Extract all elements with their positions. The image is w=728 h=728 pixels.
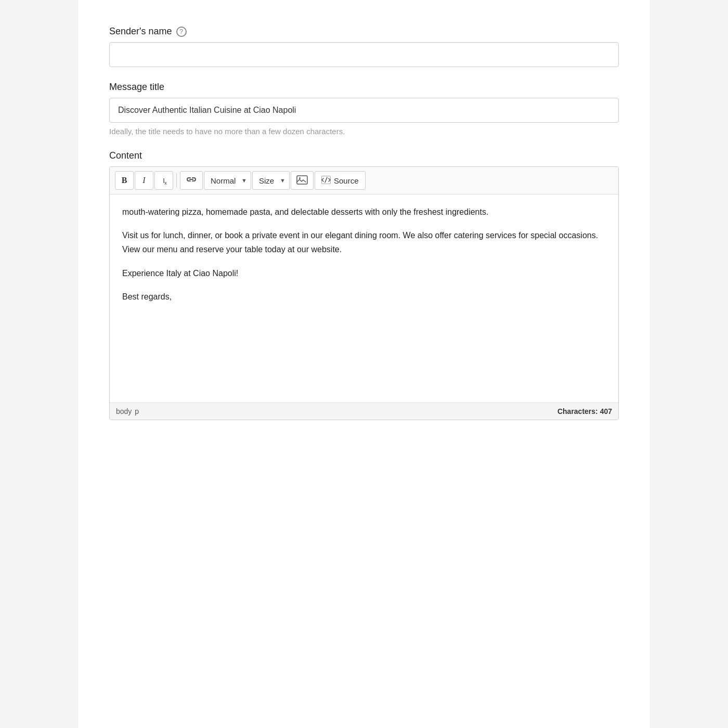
svg-line-4	[325, 177, 327, 183]
message-title-hint: Ideally, the title needs to have no more…	[109, 127, 619, 136]
paragraph-style-select[interactable]: Normal	[204, 171, 251, 190]
content-group: Content B I Ix	[109, 150, 619, 420]
content-label: Content	[109, 150, 619, 161]
sender-name-help-icon[interactable]: ?	[176, 27, 187, 37]
clear-formatting-button[interactable]: Ix	[154, 171, 173, 190]
message-title-label: Message title	[109, 82, 619, 93]
message-title-text: Message title	[109, 82, 164, 93]
size-wrapper: Size ▼	[252, 171, 290, 190]
sender-name-label: Sender's name ?	[109, 26, 619, 37]
message-title-input[interactable]	[109, 98, 619, 123]
path-p: p	[135, 407, 139, 415]
paragraph-style-wrapper: Normal ▼	[204, 171, 251, 190]
content-paragraph-1: mouth-watering pizza, homemade pasta, an…	[122, 205, 606, 219]
link-button[interactable]	[180, 171, 203, 190]
source-icon	[321, 176, 331, 186]
editor-toolbar: B I Ix	[110, 167, 618, 194]
message-title-group: Message title Ideally, the title needs t…	[109, 82, 619, 136]
link-icon	[186, 175, 197, 186]
content-paragraph-3: Experience Italy at Ciao Napoli!	[122, 266, 606, 280]
content-paragraph-4: Best regards,	[122, 290, 606, 304]
source-label: Source	[334, 176, 359, 185]
sender-name-group: Sender's name ?	[109, 26, 619, 67]
svg-point-2	[299, 177, 301, 179]
image-icon	[296, 175, 308, 186]
path-body: body	[116, 407, 132, 415]
source-button[interactable]: Source	[315, 171, 366, 190]
italic-button[interactable]: I	[135, 171, 153, 190]
bold-icon: B	[122, 176, 127, 185]
editor-content-area[interactable]: mouth-watering pizza, homemade pasta, an…	[110, 194, 618, 402]
rich-text-editor: B I Ix	[109, 166, 619, 420]
editor-footer: body p Characters: 407	[110, 402, 618, 420]
italic-icon: I	[142, 176, 145, 185]
size-select[interactable]: Size	[252, 171, 290, 190]
content-paragraph-2: Visit us for lunch, dinner, or book a pr…	[122, 228, 606, 256]
toolbar-divider-1	[176, 173, 177, 188]
bold-button[interactable]: B	[115, 171, 134, 190]
page-container: Sender's name ? Message title Ideally, t…	[78, 0, 650, 728]
sender-name-text: Sender's name	[109, 26, 172, 37]
editor-path: body p	[116, 407, 139, 415]
char-count: Characters: 407	[557, 407, 612, 415]
clear-formatting-icon: Ix	[163, 177, 165, 185]
sender-name-input[interactable]	[109, 42, 619, 67]
image-button[interactable]	[291, 171, 314, 190]
